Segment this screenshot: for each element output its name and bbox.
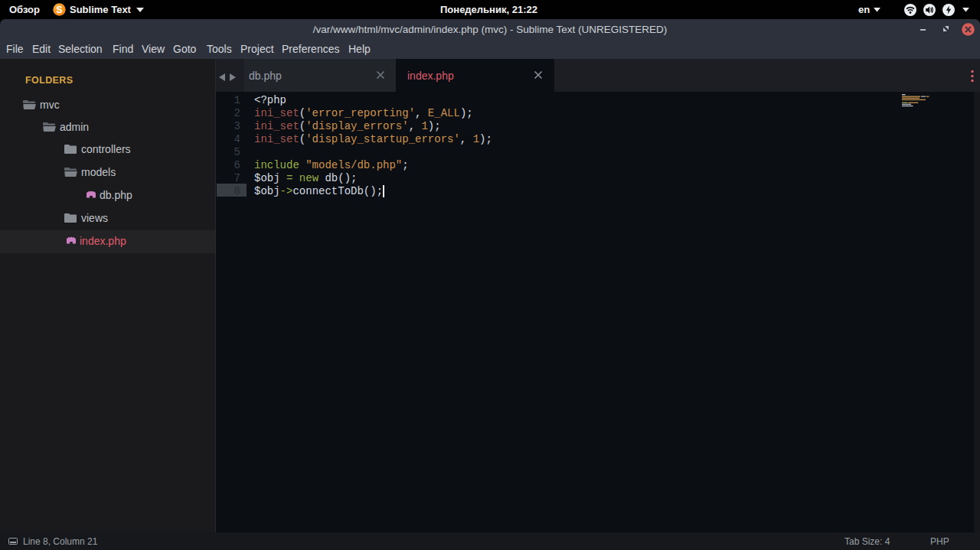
svg-text:S: S xyxy=(56,5,62,15)
